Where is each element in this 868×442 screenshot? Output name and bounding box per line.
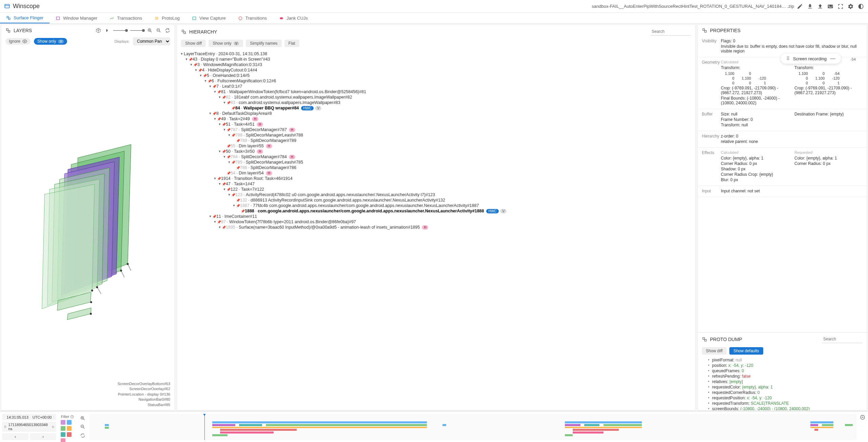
- ignore-chip[interactable]: Ignore: [5, 38, 31, 45]
- svg-line-18: [159, 31, 160, 32]
- file-name: sandbox-FAIL__AutoEnterPipWithSourceRect…: [592, 4, 794, 9]
- tree-node[interactable]: 📌132-d886913 ActivityRecordInputSink com…: [180, 197, 692, 203]
- tab-tr[interactable]: Transitions: [232, 13, 273, 23]
- tree-node[interactable]: 📌789-SplitDecorManager#789: [180, 138, 692, 143]
- tl-reset-icon[interactable]: [80, 433, 85, 438]
- svg-point-10: [280, 17, 283, 19]
- tree-node[interactable]: ▼📌784-SplitDecorManager#784H: [180, 154, 692, 160]
- download-icon[interactable]: [807, 3, 813, 9]
- proto-item[interactable]: position: x: -54, y: -120: [702, 363, 863, 368]
- arrow-right-icon[interactable]: [104, 28, 110, 33]
- hierarchy-tree[interactable]: ▼LayerTraceEntry-2024-03-31, 14:31:05.13…: [177, 50, 695, 410]
- filter-icons[interactable]: [61, 420, 74, 442]
- settings-icon[interactable]: [848, 3, 854, 9]
- copy-icon[interactable]: [54, 415, 54, 419]
- proto-item[interactable]: pixelFormat: null: [702, 357, 863, 363]
- tree-node[interactable]: ▼📌123-ActivityRecord{4788c02 u0 com.goog…: [180, 192, 692, 197]
- next-frame-button[interactable]: ›: [30, 433, 56, 440]
- tree-node[interactable]: ▼📌7-Leaf:0:1#7: [180, 84, 692, 89]
- dark-mode-icon[interactable]: [858, 3, 864, 9]
- zoom-in-icon[interactable]: [147, 28, 153, 33]
- tl-zoom-out-icon[interactable]: [80, 424, 85, 429]
- tree-node[interactable]: ▼📌788-SplitDecorManagerLeash#788: [180, 132, 692, 138]
- tl-zoom-in-icon[interactable]: [80, 416, 85, 421]
- showonly-chip[interactable]: Show only V: [34, 38, 67, 45]
- expand-icon[interactable]: [837, 3, 844, 9]
- svg-rect-4: [56, 17, 59, 19]
- tree-node[interactable]: ▼LayerTraceEntry-2024-03-31, 14:31:05.13…: [180, 51, 692, 57]
- upload-icon[interactable]: [817, 3, 823, 9]
- tree-node[interactable]: ▼📌787-SplitDecorManager#787H: [180, 127, 692, 132]
- proto-item[interactable]: requestedColor: {empty}, alpha: 1: [702, 384, 863, 390]
- tree-node[interactable]: ▼📌3-WindowedMagnification:0:31#3: [180, 62, 692, 67]
- svg-line-42: [83, 419, 84, 420]
- rotation-slider[interactable]: [130, 30, 144, 31]
- tree-node[interactable]: ▼📌1914-Transition Root: Task=46#1914: [180, 176, 692, 181]
- tab-tx[interactable]: Transactions: [103, 13, 148, 23]
- prev-frame-button[interactable]: ‹: [2, 433, 28, 440]
- tree-node[interactable]: ▼📌6-FullscreenMagnification:0:12#6: [180, 78, 692, 84]
- tree-node[interactable]: 📌55-Dim layer#55H: [180, 143, 692, 149]
- tree-node[interactable]: 📌1888-com.google.android.apps.nexuslaunc…: [180, 208, 692, 214]
- copy-icon-2[interactable]: [52, 425, 54, 429]
- expand-up-icon[interactable]: [860, 415, 865, 420]
- showonly-chip-h[interactable]: Show onlyV: [209, 40, 243, 47]
- tree-node[interactable]: ▼📌122-Task=7#122: [180, 187, 692, 192]
- tab-cuj[interactable]: Jank CUJs: [273, 13, 314, 23]
- tab-wm[interactable]: Window Manager: [50, 13, 103, 23]
- pos-badge: -54: [850, 57, 856, 61]
- proto-showdef[interactable]: Show defaults: [729, 347, 763, 355]
- proto-item[interactable]: requestedPosition: x: -54, y: -120: [702, 395, 863, 401]
- svg-line-22: [128, 264, 131, 271]
- tab-sf[interactable]: Surface Flinger: [0, 13, 50, 23]
- tree-node[interactable]: ▼📌81-WallpaperWindowToken{fcfbcd7 token=…: [180, 89, 692, 94]
- proto-showdiff[interactable]: Show diff: [702, 347, 727, 355]
- proto-item[interactable]: requestedCornerRadius: 0: [702, 390, 863, 395]
- tree-node[interactable]: ▼📌82-181eabf com.android.systemui.wallpa…: [180, 94, 692, 100]
- refresh-icon[interactable]: [165, 28, 170, 33]
- svg-rect-31: [184, 32, 185, 34]
- tree-node[interactable]: 📌54-Dim layer#54H: [180, 170, 692, 176]
- drag-handle-icon[interactable]: ⠿: [786, 56, 790, 61]
- tree-node[interactable]: ▼📌4-HideDisplayCutout:0:14#4: [180, 67, 692, 73]
- tree-node[interactable]: ▼📌5-OneHanded:0:14#5: [180, 73, 692, 78]
- hierarchy-search[interactable]: [650, 28, 691, 36]
- proto-list[interactable]: pixelFormat: nullposition: x: -54, y: -1…: [698, 357, 867, 410]
- tree-node[interactable]: 📌84-Wallpaper BBQ wrapper#84HWCV: [180, 105, 692, 111]
- screen-recording-pill[interactable]: ⠿ Screen recording —: [781, 54, 841, 64]
- minimize-icon[interactable]: —: [830, 56, 835, 62]
- cube-icon[interactable]: [96, 28, 101, 33]
- keyboard-icon[interactable]: [827, 3, 833, 9]
- layers-3d-view[interactable]: ScreenDecorOverlayBottom#63 ScreenDecorO…: [1, 48, 174, 410]
- tab-pl[interactable]: ProtoLog: [148, 13, 186, 23]
- displays-select[interactable]: Common Panel: [133, 37, 170, 45]
- tree-node[interactable]: ▼📌1895-Surface(name=3baac60 InputMethod)…: [180, 225, 692, 230]
- tree-node[interactable]: ▼📌83-com.android.systemui.wallpapers.Ima…: [180, 100, 692, 105]
- proto-item[interactable]: refreshPending: false: [702, 374, 863, 379]
- tree-node[interactable]: ▼📌785-SplitDecorManagerLeash#785: [180, 160, 692, 165]
- tree-node[interactable]: ▼📌43-Display 0 name="Built-in Screen"#43: [180, 57, 692, 62]
- tree-node[interactable]: ▼📌50-Task=3#50H: [180, 149, 692, 154]
- prop-label-buf: Buffer: [702, 112, 721, 128]
- showdiff-chip[interactable]: Show diff: [181, 40, 206, 47]
- proto-item[interactable]: screenBounds: (-10800, -24000) - (10800,…: [702, 406, 863, 410]
- tree-node[interactable]: ▼📌47-Task=1#47: [180, 181, 692, 187]
- tree-node[interactable]: ▼📌51-Task=4#51H: [180, 122, 692, 127]
- tab-vc[interactable]: View Capture: [186, 13, 232, 23]
- proto-item[interactable]: queuedFrames: 0: [702, 368, 863, 374]
- proto-item[interactable]: requestedTransform: SCALE|TRANSLATE: [702, 401, 863, 406]
- proto-item[interactable]: relatives: [empty]: [702, 379, 863, 384]
- tree-node[interactable]: ▼📌97-WindowToken{7f78b6b type=2011 andro…: [180, 219, 692, 225]
- tree-node[interactable]: ▼📌11-ImeContainer#11: [180, 214, 692, 219]
- edit-icon[interactable]: [797, 3, 803, 9]
- tree-node[interactable]: ▼📌49-Task=2#49H: [180, 116, 692, 122]
- tree-node[interactable]: ▼📌8-DefaultTaskDisplayArea#8: [180, 111, 692, 116]
- flat-chip[interactable]: Flat: [284, 40, 299, 47]
- tree-node[interactable]: ▼📌1887-77fdc4b com.google.android.apps.n…: [180, 203, 692, 208]
- simplify-chip[interactable]: Simplify names: [246, 40, 281, 47]
- spacing-slider[interactable]: [113, 30, 127, 31]
- proto-search[interactable]: [822, 335, 863, 343]
- timeline[interactable]: [90, 414, 856, 440]
- zoom-out-icon[interactable]: [156, 28, 161, 33]
- tree-node[interactable]: 📌786-SplitDecorManager#786: [180, 165, 692, 170]
